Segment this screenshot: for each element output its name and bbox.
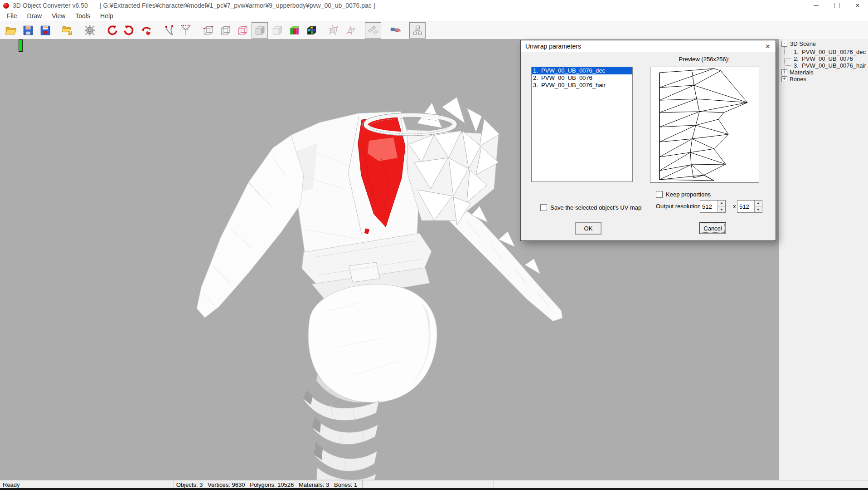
- vertex-tool-button[interactable]: [160, 22, 177, 39]
- tree-node-label[interactable]: 3. PVW_00_UB_0076_hair: [794, 62, 866, 69]
- maximize-icon: [834, 3, 839, 8]
- collapse-icon[interactable]: -: [781, 41, 787, 47]
- arrow-down-icon: [720, 209, 723, 211]
- wireframe-view-2-button[interactable]: [217, 22, 233, 39]
- tree-node-label[interactable]: 1. PVW_00_UB_0076_dec: [794, 49, 866, 55]
- tree-node-label[interactable]: 2. PVW_00_UB_0076: [794, 55, 853, 62]
- rotate-ccw-button[interactable]: [104, 22, 120, 39]
- width-down-button[interactable]: [718, 207, 725, 213]
- axes-view-button[interactable]: [343, 22, 359, 39]
- arrow-up-icon: [757, 202, 760, 204]
- wireframe-box-2-icon: [219, 24, 231, 36]
- close-icon: ✕: [766, 43, 771, 50]
- window-title: 3D Object Converter v6.50: [13, 2, 88, 9]
- cancel-button[interactable]: Cancel: [699, 222, 726, 234]
- menu-view[interactable]: View: [47, 11, 70, 20]
- status-panel-empty: [363, 480, 494, 489]
- vertex-spray-button[interactable]: [178, 22, 194, 39]
- solid-light-view-button[interactable]: [269, 22, 285, 39]
- save-uv-checkbox[interactable]: [540, 204, 547, 211]
- save-as-button[interactable]: [37, 22, 53, 39]
- export-button[interactable]: [59, 22, 76, 39]
- arrow-down-icon: [757, 209, 760, 211]
- bottom-edge: [0, 488, 868, 490]
- save-uv-label: Save the selected object's UV map: [550, 204, 641, 211]
- gradient-box-icon: [288, 24, 300, 36]
- rotate-cw-icon: [123, 24, 135, 36]
- keep-proportions-label: Keep proportions: [666, 191, 711, 198]
- uv-wireframe: [650, 67, 759, 182]
- tree-stub: [786, 65, 792, 66]
- height-up-button[interactable]: [755, 201, 762, 207]
- window-title-filepath: [ G:¥Extracted Files¥character¥model¥1_p…: [100, 2, 375, 9]
- normals-view-button[interactable]: [325, 22, 342, 39]
- keep-proportions-checkbox-row[interactable]: Keep proportions: [656, 191, 711, 198]
- resolution-height-input[interactable]: [737, 201, 754, 212]
- uv-unwrap-button[interactable]: [365, 22, 381, 39]
- menu-draw[interactable]: Draw: [22, 11, 47, 20]
- save-uv-checkbox-row[interactable]: Save the selected object's UV map: [540, 204, 641, 211]
- resolution-height-spinner[interactable]: [737, 200, 762, 213]
- menu-bar: File Draw View Tools Help: [0, 11, 868, 21]
- textured-box-icon: [305, 24, 317, 36]
- wireframe-box-icon: [202, 24, 214, 36]
- list-item-object-1[interactable]: 1. PVW_00_UB_0076_dec: [532, 67, 632, 74]
- save-floppy-icon: [22, 24, 34, 36]
- close-icon: ✕: [855, 3, 860, 8]
- settings-button[interactable]: [82, 22, 98, 39]
- wishbone-icon: [163, 24, 175, 36]
- tree-node-label[interactable]: 3D Scene: [790, 40, 816, 47]
- status-ready: Ready: [0, 480, 174, 489]
- wireframe-box-red-icon: [237, 24, 248, 36]
- solid-box-icon: [254, 24, 266, 36]
- open-file-button[interactable]: [3, 22, 19, 39]
- uv-unfold-icon: [367, 24, 379, 36]
- tree-node-object-2[interactable]: 2. PVW_00_UB_0076: [779, 55, 868, 62]
- keep-proportions-checkbox[interactable]: [656, 191, 663, 198]
- menu-tools[interactable]: Tools: [70, 11, 95, 20]
- rotate-object-button[interactable]: [138, 22, 155, 39]
- rotate-cw-button[interactable]: [121, 22, 137, 39]
- object-listbox[interactable]: 1. PVW_00_UB_0076_dec 2. PVW_00_UB_0076 …: [531, 67, 633, 182]
- tree-node-bones[interactable]: + Bones: [779, 76, 868, 83]
- rotate-ccw-icon: [106, 24, 118, 36]
- dialog-close-button[interactable]: ✕: [760, 40, 776, 52]
- window-controls: ✕: [805, 0, 868, 11]
- window-titlebar: 3D Object Converter v6.50 [ G:¥Extracted…: [0, 0, 868, 11]
- tree-node-object-3[interactable]: 3. PVW_00_UB_0076_hair: [779, 62, 868, 69]
- wireframe-view-button[interactable]: [200, 22, 216, 39]
- tree-stub: [786, 52, 792, 52]
- menu-file[interactable]: File: [2, 11, 22, 20]
- rotate-object-icon: [141, 24, 152, 36]
- resolution-width-spinner[interactable]: [700, 200, 726, 213]
- preview-label: Preview (256x256):: [650, 56, 758, 63]
- tree-node-label[interactable]: Bones: [790, 76, 806, 83]
- gradient-view-button[interactable]: [286, 22, 302, 39]
- close-button[interactable]: ✕: [847, 0, 868, 11]
- menu-help[interactable]: Help: [95, 11, 118, 20]
- width-up-button[interactable]: [718, 201, 725, 207]
- tree-node-object-1[interactable]: 1. PVW_00_UB_0076_dec: [779, 49, 868, 55]
- tree-node-3d-scene[interactable]: - 3D Scene: [779, 40, 868, 47]
- resolution-width-input[interactable]: [700, 201, 718, 212]
- list-item-object-3[interactable]: 3. PVW_00_UB_0076_hair: [532, 82, 632, 89]
- textured-view-button[interactable]: [303, 22, 320, 39]
- arrow-up-icon: [720, 202, 723, 204]
- height-down-button[interactable]: [755, 207, 762, 213]
- solid-box-light-icon: [271, 24, 283, 36]
- anaglyph-button[interactable]: [387, 22, 403, 39]
- open-folder-icon: [5, 24, 17, 36]
- tree-node-materials[interactable]: + Materials: [779, 69, 868, 76]
- solid-view-button[interactable]: [252, 22, 268, 39]
- wireframe-red-button[interactable]: [234, 22, 251, 39]
- dialog-titlebar[interactable]: Unwrap parameters ✕: [521, 40, 776, 52]
- ok-button[interactable]: OK: [575, 222, 601, 235]
- tree-node-label[interactable]: Materials: [790, 69, 814, 76]
- save-file-button[interactable]: [20, 22, 36, 39]
- app-icon: [3, 3, 9, 9]
- unwrap-parameters-dialog: Unwrap parameters ✕ 1. PVW_00_UB_0076_de…: [520, 40, 776, 241]
- minimize-button[interactable]: [805, 0, 826, 11]
- maximize-button[interactable]: [826, 0, 847, 11]
- list-item-object-2[interactable]: 2. PVW_00_UB_0076: [532, 74, 632, 82]
- scene-tree-button[interactable]: [409, 22, 426, 39]
